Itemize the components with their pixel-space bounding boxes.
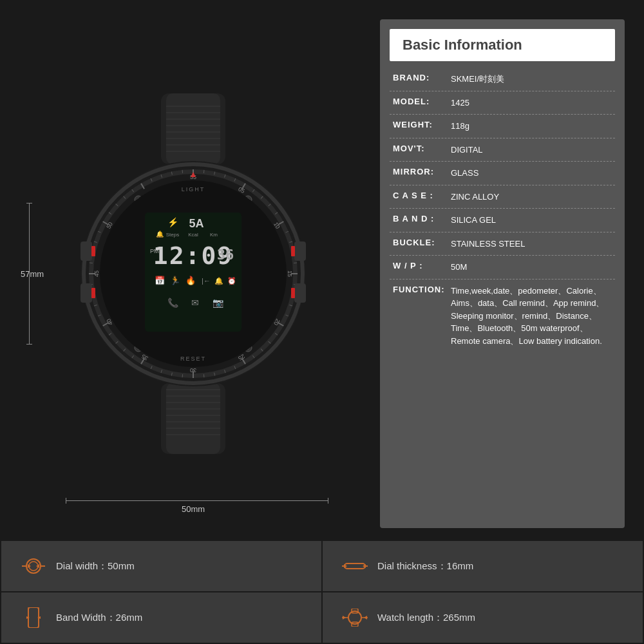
svg-text:⏰: ⏰ (227, 276, 236, 285)
svg-marker-160 (364, 616, 367, 620)
band-width-icon (21, 607, 46, 628)
info-key: BRAND: (393, 73, 451, 82)
info-title: Basic Information (390, 29, 615, 61)
info-val: SKMEI/时刻美 (451, 73, 612, 86)
info-row: W / P :50M (390, 256, 615, 279)
svg-rect-144 (345, 564, 365, 569)
info-key: C A S E : (393, 191, 451, 200)
dial-width-icon (21, 557, 46, 575)
info-row: C A S E :ZINC ALLOY (390, 185, 615, 209)
svg-text:30: 30 (190, 367, 196, 374)
svg-rect-98 (294, 242, 306, 261)
info-val: 50M (451, 261, 612, 274)
info-rows: BRAND:SKMEI/时刻美MODEL:1425WEIGHT:118gMOV'… (380, 61, 625, 528)
svg-line-55 (182, 374, 183, 377)
svg-text:⚡: ⚡ (167, 217, 179, 228)
info-val: GLASS (451, 167, 612, 180)
svg-text:📷: 📷 (213, 298, 224, 308)
svg-text:RESET: RESET (180, 355, 206, 362)
svg-rect-115 (291, 288, 295, 298)
svg-text:Km: Km (210, 232, 218, 238)
info-row: B A N D :SILICA GEL (390, 209, 615, 232)
svg-line-53 (204, 374, 204, 377)
info-row: BUCKLE:STAINLESS STEEL (390, 232, 615, 256)
info-key: FUNCTION: (393, 285, 451, 294)
svg-line-70 (90, 263, 93, 263)
info-key: WEIGHT: (393, 120, 451, 129)
info-row: WEIGHT:118g (390, 115, 615, 138)
spec-cell-dial-thickness: Dial thickness：16mm (323, 541, 643, 591)
svg-rect-96 (80, 242, 92, 261)
info-key: BUCKLE: (393, 238, 451, 247)
svg-text:|←: |← (202, 277, 211, 285)
svg-text:📅: 📅 (155, 275, 166, 286)
info-val: ZINC ALLOY (451, 191, 612, 204)
svg-text:📞: 📞 (167, 298, 179, 308)
svg-text:🔔: 🔔 (156, 230, 164, 238)
spec-label-watch-length: Watch length：265mm (377, 612, 475, 624)
spec-label-dial-thickness: Dial thickness：16mm (377, 560, 473, 573)
spec-cell-band-width: Band Width：26mm (1, 592, 321, 643)
svg-rect-97 (80, 283, 92, 303)
info-val: 1425 (451, 97, 612, 109)
svg-rect-114 (291, 246, 295, 256)
spec-label-dial-width: Dial width：50mm (56, 560, 135, 573)
info-row: BRAND:SKMEI/时刻美 (390, 68, 615, 91)
svg-rect-1 (166, 93, 220, 164)
info-panel: Basic Information BRAND:SKMEI/时刻美MODEL:1… (380, 19, 625, 528)
info-key: MIRROR: (393, 167, 451, 176)
svg-text:Kcal: Kcal (188, 232, 198, 238)
dim-width: 50mm (182, 504, 205, 514)
svg-text:🔔: 🔔 (214, 276, 223, 285)
svg-marker-159 (343, 616, 346, 620)
watch-length-icon (342, 609, 368, 627)
svg-line-38 (294, 263, 297, 263)
watch-image: 55 05 10 15 20 25 30 35 40 45 50 (19, 19, 367, 528)
dial-thickness-icon (342, 559, 368, 573)
svg-text:36: 36 (217, 247, 234, 263)
info-val: SILICA GEL (451, 214, 612, 227)
info-row: MOV'T:DIGITAL (390, 138, 615, 162)
svg-line-25 (204, 170, 204, 173)
specs-bar: Dial width：50mmDial thickness：16mmBand W… (0, 541, 644, 644)
svg-text:✉: ✉ (191, 298, 199, 308)
spec-cell-watch-length: Watch length：265mm (323, 592, 643, 643)
svg-rect-112 (91, 246, 95, 256)
watch-area: 57mm (19, 19, 367, 528)
main-content: 57mm (0, 0, 644, 541)
info-row: MIRROR:GLASS (390, 162, 615, 185)
svg-text:LIGHT: LIGHT (182, 186, 205, 193)
svg-text:🔥: 🔥 (185, 275, 196, 286)
svg-line-83 (182, 170, 183, 173)
svg-rect-99 (294, 283, 306, 303)
svg-text:45: 45 (93, 270, 100, 277)
info-val: Time,week,date、pedometer、Calorie、Aims、da… (451, 285, 612, 348)
info-val: DIGITAL (451, 144, 612, 156)
svg-text:5A: 5A (189, 217, 204, 230)
info-key: B A N D : (393, 214, 451, 223)
info-row: FUNCTION:Time,week,date、pedometer、Calori… (390, 279, 615, 353)
info-key: W / P : (393, 261, 451, 270)
svg-rect-113 (91, 288, 95, 298)
info-row: MODEL:1425 (390, 91, 615, 115)
info-key: MOV'T: (393, 144, 451, 153)
spec-label-band-width: Band Width：26mm (56, 612, 142, 624)
svg-text:15: 15 (287, 270, 293, 277)
svg-text:🏃: 🏃 (170, 275, 181, 286)
spec-cell-dial-width: Dial width：50mm (1, 541, 321, 591)
info-val: 118g (451, 120, 612, 133)
svg-rect-149 (28, 607, 39, 628)
svg-text:Steps: Steps (166, 232, 179, 238)
info-val: STAINLESS STEEL (451, 238, 612, 251)
svg-rect-11 (166, 383, 220, 454)
info-key: MODEL: (393, 97, 451, 106)
